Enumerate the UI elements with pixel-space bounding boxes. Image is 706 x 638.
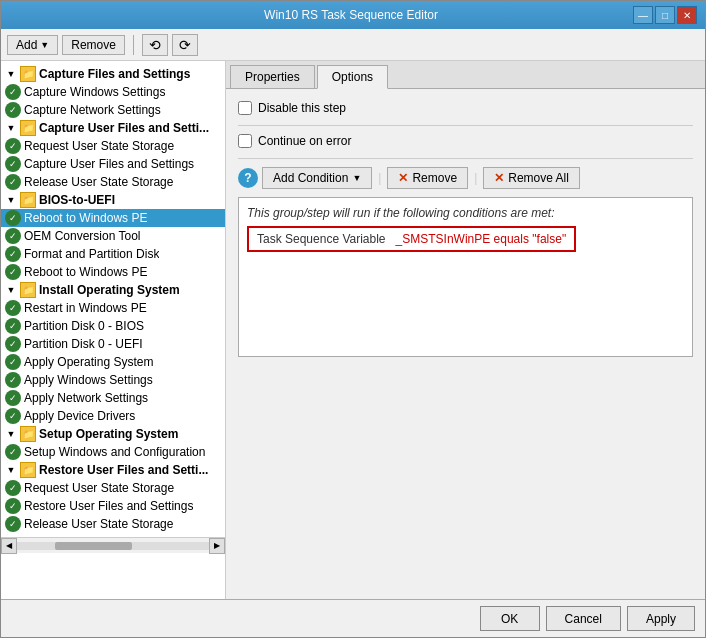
check-icon-9: ✓ — [5, 264, 21, 280]
h-scroll-track — [17, 542, 209, 550]
folder-capture-user-icon: 📁 — [20, 120, 36, 136]
apply-drivers-label: Apply Device Drivers — [24, 409, 135, 423]
main-toolbar: Add ▼ Remove ⟲ ⟳ — [1, 29, 705, 61]
check-icon-11: ✓ — [5, 318, 21, 334]
tree-group-capture[interactable]: ▼ 📁 Capture Files and Settings — [1, 65, 225, 83]
tree-item-oem[interactable]: ✓ OEM Conversion Tool — [1, 227, 225, 245]
continue-error-row: Continue on error — [238, 134, 693, 148]
tree-group-install-os[interactable]: ▼ 📁 Install Operating System — [1, 281, 225, 299]
expand-bios-icon: ▼ — [5, 194, 17, 206]
condition-label: Task Sequence Variable — [257, 232, 386, 246]
tree-item-capture-network[interactable]: ✓ Capture Network Settings — [1, 101, 225, 119]
main-window: Win10 RS Task Sequence Editor — □ ✕ Add … — [0, 0, 706, 638]
title-bar: Win10 RS Task Sequence Editor — □ ✕ — [1, 1, 705, 29]
add-label: Add — [16, 38, 37, 52]
tree-item-reboot-winpe-1[interactable]: ✓ Reboot to Windows PE — [1, 209, 225, 227]
remove-button[interactable]: Remove — [62, 35, 125, 55]
reboot-winpe-1-label: Reboot to Windows PE — [24, 211, 147, 225]
toolbar-separator — [133, 35, 134, 55]
expand-setup-icon: ▼ — [5, 428, 17, 440]
check-icon-12: ✓ — [5, 336, 21, 352]
right-panel: Properties Options Disable this step Con… — [226, 61, 705, 599]
tabs-bar: Properties Options — [226, 61, 705, 89]
tree-item-capture-user-files[interactable]: ✓ Capture User Files and Settings — [1, 155, 225, 173]
bottom-bar: OK Cancel Apply — [1, 599, 705, 637]
apply-button[interactable]: Apply — [627, 606, 695, 631]
add-button[interactable]: Add ▼ — [7, 35, 58, 55]
tab-options-label: Options — [332, 70, 373, 84]
tree-root: ▼ 📁 Capture Files and Settings ✓ Capture… — [1, 61, 225, 537]
check-icon-19: ✓ — [5, 498, 21, 514]
h-scrollbar: ◀ ▶ — [1, 537, 225, 553]
partition-bios-label: Partition Disk 0 - BIOS — [24, 319, 144, 333]
toolbar-icon-btn-2[interactable]: ⟳ — [172, 34, 198, 56]
check-icon-20: ✓ — [5, 516, 21, 532]
remove-x-icon: ✕ — [398, 171, 408, 185]
add-condition-arrow: ▼ — [352, 173, 361, 183]
tab-options[interactable]: Options — [317, 65, 388, 89]
toolbar-icon-btn-1[interactable]: ⟲ — [142, 34, 168, 56]
tree-item-apply-drivers[interactable]: ✓ Apply Device Drivers — [1, 407, 225, 425]
tab-properties-label: Properties — [245, 70, 300, 84]
bios-group-label: BIOS-to-UEFI — [39, 193, 115, 207]
tree-item-reboot-winpe-2[interactable]: ✓ Reboot to Windows PE — [1, 263, 225, 281]
continue-error-label: Continue on error — [258, 134, 351, 148]
condition-toolbar: ? Add Condition ▼ | ✕ Remove | ✕ Remove … — [238, 167, 693, 189]
tree-group-restore[interactable]: ▼ 📁 Restore User Files and Setti... — [1, 461, 225, 479]
tree-group-setup-os[interactable]: ▼ 📁 Setup Operating System — [1, 425, 225, 443]
tree-item-apply-network[interactable]: ✓ Apply Network Settings — [1, 389, 225, 407]
scroll-right-btn[interactable]: ▶ — [209, 538, 225, 554]
disable-step-label: Disable this step — [258, 101, 346, 115]
check-icon-14: ✓ — [5, 372, 21, 388]
ok-button[interactable]: OK — [480, 606, 540, 631]
tree-item-capture-windows[interactable]: ✓ Capture Windows Settings — [1, 83, 225, 101]
tree-item-restore-user-files[interactable]: ✓ Restore User Files and Settings — [1, 497, 225, 515]
window-controls: — □ ✕ — [633, 6, 697, 24]
main-area: ▼ 📁 Capture Files and Settings ✓ Capture… — [1, 61, 705, 599]
remove-condition-button[interactable]: ✕ Remove — [387, 167, 468, 189]
check-icon-16: ✓ — [5, 408, 21, 424]
tree-group-capture-user[interactable]: ▼ 📁 Capture User Files and Setti... — [1, 119, 225, 137]
tree-item-apply-os[interactable]: ✓ Apply Operating System — [1, 353, 225, 371]
add-condition-button[interactable]: Add Condition ▼ — [262, 167, 372, 189]
cancel-button[interactable]: Cancel — [546, 606, 621, 631]
check-icon-10: ✓ — [5, 300, 21, 316]
tree-item-request-user-state[interactable]: ✓ Request User State Storage — [1, 137, 225, 155]
btn-separator: | — [378, 171, 381, 185]
tree-item-format-partition[interactable]: ✓ Format and Partition Disk — [1, 245, 225, 263]
add-dropdown-arrow[interactable]: ▼ — [40, 40, 49, 50]
options-tab-content: Disable this step Continue on error ? Ad… — [226, 89, 705, 599]
folder-setup-icon: 📁 — [20, 426, 36, 442]
tree-item-release-user-state[interactable]: ✓ Release User State Storage — [1, 173, 225, 191]
tree-group-bios[interactable]: ▼ 📁 BIOS-to-UEFI — [1, 191, 225, 209]
condition-value: _SMSTSInWinPE equals "false" — [396, 232, 567, 246]
continue-error-checkbox[interactable] — [238, 134, 252, 148]
tree-item-partition-bios[interactable]: ✓ Partition Disk 0 - BIOS — [1, 317, 225, 335]
folder-capture-icon: 📁 — [20, 66, 36, 82]
tab-properties[interactable]: Properties — [230, 65, 315, 88]
partition-uefi-label: Partition Disk 0 - UEFI — [24, 337, 143, 351]
tree-item-release-user-restore[interactable]: ✓ Release User State Storage — [1, 515, 225, 533]
tree-item-request-user-restore[interactable]: ✓ Request User State Storage — [1, 479, 225, 497]
minimize-button[interactable]: — — [633, 6, 653, 24]
tree-item-setup-windows[interactable]: ✓ Setup Windows and Configuration — [1, 443, 225, 461]
folder-restore-icon: 📁 — [20, 462, 36, 478]
tree-item-restart-winpe[interactable]: ✓ Restart in Windows PE — [1, 299, 225, 317]
remove-all-label: Remove All — [508, 171, 569, 185]
tree-item-apply-windows[interactable]: ✓ Apply Windows Settings — [1, 371, 225, 389]
remove-all-button[interactable]: ✕ Remove All — [483, 167, 580, 189]
capture-group-label: Capture Files and Settings — [39, 67, 190, 81]
oem-label: OEM Conversion Tool — [24, 229, 141, 243]
disable-step-checkbox[interactable] — [238, 101, 252, 115]
apply-network-label: Apply Network Settings — [24, 391, 148, 405]
remove-label: Remove — [71, 38, 116, 52]
close-button[interactable]: ✕ — [677, 6, 697, 24]
condition-item-1[interactable]: Task Sequence Variable _SMSTSInWinPE equ… — [247, 226, 576, 252]
check-icon-8: ✓ — [5, 246, 21, 262]
release-user-state-label: Release User State Storage — [24, 175, 173, 189]
tree-item-partition-uefi[interactable]: ✓ Partition Disk 0 - UEFI — [1, 335, 225, 353]
folder-bios-icon: 📁 — [20, 192, 36, 208]
maximize-button[interactable]: □ — [655, 6, 675, 24]
add-condition-label: Add Condition — [273, 171, 348, 185]
scroll-left-btn[interactable]: ◀ — [1, 538, 17, 554]
